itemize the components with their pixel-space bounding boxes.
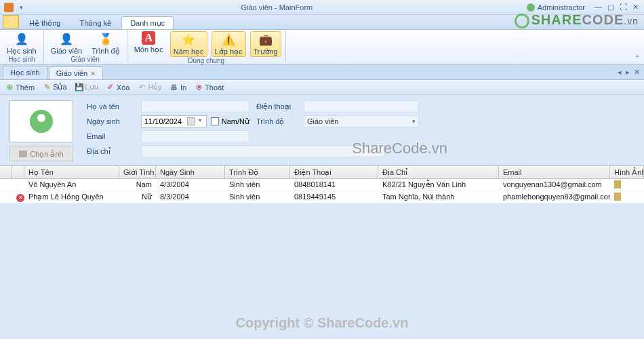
col-diachi[interactable]: Địa Chỉ [378,166,499,178]
watermark-bottom: Copyright © ShareCode.vn [0,315,644,331]
ribbon-collapse-icon[interactable]: ⌃ [635,54,640,62]
document-tabs: Học sinh Giáo viên ✕ ◂ ▸ ✕ [0,65,644,80]
user-name: Administractor [538,3,585,12]
label-diachi: Địa chỉ [87,147,134,156]
grid-row[interactable]: Võ Nguyên An Nam 4/3/2004 Sinh viên 0848… [0,179,644,191]
letter-a-icon: A [142,31,155,45]
data-grid: Họ Tên Giới Tính Ngày Sinh Trình Độ Điện… [0,165,644,203]
label-ngaysinh: Ngày sinh [87,117,134,125]
ribbon-item-label: Lớp học [215,47,243,56]
input-dienthoai[interactable] [304,100,419,113]
restore-icon[interactable]: ▢ [607,3,614,12]
file-button[interactable] [3,15,19,28]
ribbon-item-label: Trường [254,47,278,56]
spinner-icon[interactable]: ▾ [197,117,203,125]
input-ngaysinh[interactable]: 11/10/2024 ▾ [141,115,207,127]
ribbon-item-label: Môn học [134,45,163,54]
avatar-icon [30,110,53,133]
label-trinhdo: Trình độ [256,117,297,126]
choose-image-button[interactable]: Chọn ảnh [9,146,73,161]
save-button[interactable]: 💾Lưu [75,83,98,92]
ribbon-item-truong[interactable]: 💼 Trường [250,31,281,57]
printer-icon: 🖶 [170,83,178,92]
plus-icon: ⊕ [5,83,14,92]
col-trinhdo[interactable]: Trình Độ [225,166,290,178]
ribbon-item-label: Học sinh [7,47,37,56]
label-email: Email [87,132,134,140]
delete-button[interactable]: ✐Xóa [106,83,130,92]
badge-icon: 🏅 [98,31,113,46]
ribbon-item-giaovien[interactable]: 👤 Giáo viên [48,31,85,56]
undo-icon: ↶ [138,83,146,92]
briefcase-icon: 💼 [258,32,273,47]
col-email[interactable]: Email [499,166,610,178]
ribbon-group-dungchung: A Môn học ⭐ Năm học ⚠️ Lớp học 💼 Trường … [127,30,286,64]
col-ngaysinh[interactable]: Ngày Sinh [156,166,225,178]
close-icon[interactable]: ✕ [632,3,639,12]
maximize-icon[interactable]: ⛶ [620,3,627,12]
cancel-button[interactable]: ↶Hủy [138,83,161,92]
exit-button[interactable]: ⊗Thoát [195,83,224,92]
user-icon [527,3,535,12]
label-dienthoai: Điện thoại [256,102,297,111]
ribbon-group-label: Dùng chung [188,57,224,64]
avatar [9,100,73,142]
teacher-icon: 👤 [59,31,74,46]
star-icon: ⭐ [181,32,196,47]
tab-close-all-icon[interactable]: ✕ [634,68,640,77]
col-gioitinh[interactable]: Giới Tính [119,166,156,178]
input-diachi[interactable] [141,145,385,157]
ribbon-tab-hethong[interactable]: Hệ thống [20,16,69,29]
minimize-icon[interactable]: — [595,3,602,12]
eraser-icon: ✐ [106,83,115,92]
watermark-mid: ShareCode.vn [352,140,447,157]
ribbon-item-hocsinh[interactable]: 👤 Học sinh [4,31,39,56]
ribbon-tab-danhmuc[interactable]: Danh mục [121,16,174,29]
app-icon [4,3,14,12]
ribbon-tab-thongke[interactable]: Thống kê [71,16,120,29]
thumbnail-icon [614,193,621,201]
col-dienthoai[interactable]: Điện Thoại [290,166,378,178]
select-trinhdo[interactable]: Giáo viên ▾ [304,115,419,127]
checkbox-namnu[interactable]: Nam/Nữ [211,117,249,126]
ribbon-item-namhoc[interactable]: ⭐ Năm học [170,31,207,57]
student-icon: 👤 [14,31,29,46]
add-button[interactable]: ⊕Thêm [5,83,35,92]
watermark-logo: SHARECODE.vn [515,12,639,28]
ribbon-item-lophoc[interactable]: ⚠️ Lớp học [212,31,246,57]
chevron-down-icon: ▾ [412,118,416,125]
col-hinhanh[interactable]: Hình Ảnh [610,166,644,178]
ribbon-item-monhoc[interactable]: A Môn học [132,31,166,57]
ribbon: 👤 Học sinh Học sinh 👤 Giáo viên 🏅 Trình … [0,30,644,65]
label-hoten: Họ và tên [87,102,134,111]
thumbnail-icon [614,180,621,188]
qat-dropdown-icon[interactable]: ▾ [18,4,24,11]
user-label: Administractor [527,3,585,12]
form-panel: Chọn ảnh Họ và tên Điện thoại Ngày sinh … [0,95,644,165]
doctab-giaovien[interactable]: Giáo viên ✕ [49,66,103,79]
ribbon-item-label: Trình độ [92,47,119,56]
tab-prev-icon[interactable]: ◂ [618,68,622,77]
floppy-icon: 💾 [75,83,83,92]
ribbon-group-hocsinh: 👤 Học sinh Học sinh [0,30,44,64]
input-email[interactable] [141,130,249,142]
ribbon-group-giaovien: 👤 Giáo viên 🏅 Trình độ Giáo viên [44,30,127,64]
ribbon-group-label: Học sinh [8,56,35,63]
tab-close-icon[interactable]: ✕ [90,70,96,77]
warning-icon: ⚠️ [221,32,236,47]
grid-header: Họ Tên Giới Tính Ngày Sinh Trình Độ Điện… [0,165,644,179]
delete-row-icon[interactable]: ✕ [16,194,24,202]
checkbox-icon [211,117,219,125]
calendar-icon[interactable] [187,117,195,125]
print-button[interactable]: 🖶In [170,83,186,92]
col-hoten[interactable]: Họ Tên [24,166,119,178]
doctab-hocsinh[interactable]: Học sinh [3,66,47,79]
ribbon-item-label: Giáo viên [51,47,82,55]
tab-next-icon[interactable]: ▸ [626,68,630,77]
ribbon-item-label: Năm học [174,47,204,56]
grid-row[interactable]: ✕ Phạm Lê Hồng Quyên Nữ 8/3/2004 Sinh vi… [0,191,644,203]
edit-button[interactable]: ✎Sửa [43,83,66,92]
input-hoten[interactable] [141,100,249,113]
ribbon-item-trinhdo[interactable]: 🏅 Trình độ [89,31,122,56]
action-toolbar: ⊕Thêm ✎Sửa 💾Lưu ✐Xóa ↶Hủy 🖶In ⊗Thoát [0,80,644,95]
